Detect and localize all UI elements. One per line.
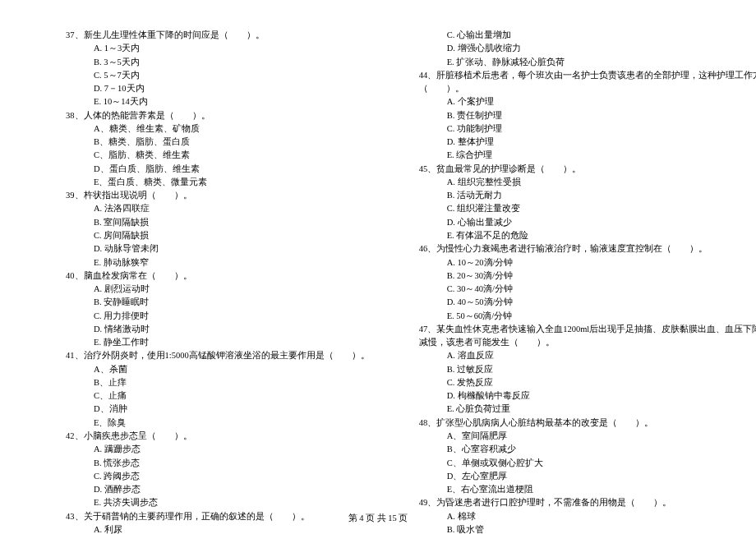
q40-opt-e: E. 静坐工作时 bbox=[66, 336, 370, 349]
q39-opt-c: C. 房间隔缺损 bbox=[66, 229, 370, 242]
q40-opt-c: C. 用力排便时 bbox=[66, 310, 370, 323]
q48-opt-c: C、单侧或双侧心腔扩大 bbox=[419, 457, 756, 470]
q38-opt-b: B、糖类、脂肪、蛋白质 bbox=[66, 136, 370, 149]
q38-text: 38、人体的热能营养素是（ ）。 bbox=[66, 109, 370, 122]
q45-opt-b: B. 活动无耐力 bbox=[419, 189, 756, 202]
q48-opt-a: A、室间隔肥厚 bbox=[419, 430, 756, 443]
q46-opt-d: D. 40～50滴/分钟 bbox=[419, 296, 756, 309]
q44-opt-e: E. 综合护理 bbox=[419, 149, 756, 162]
q40-opt-d: D. 情绪激动时 bbox=[66, 323, 370, 336]
q41-opt-e: E、除臭 bbox=[66, 417, 370, 430]
q45-opt-d: D. 心输出量减少 bbox=[419, 216, 756, 229]
q40-opt-b: B. 安静睡眠时 bbox=[66, 296, 370, 309]
q47-opt-a: A. 溶血反应 bbox=[419, 349, 756, 362]
q43-opt-c: C. 心输出量增加 bbox=[419, 29, 756, 42]
q48-opt-b: B、心室容积减少 bbox=[419, 443, 756, 456]
q47-opt-c: C. 发热反应 bbox=[419, 376, 756, 389]
q45-text: 45、贫血最常见的护理诊断是（ ）。 bbox=[419, 163, 756, 176]
q46-opt-a: A. 10～20滴/分钟 bbox=[419, 256, 756, 269]
page-columns: 37、新生儿生理性体重下降的时间应是（ ）。 A. 1～3天内 B. 3～5天内… bbox=[66, 29, 690, 501]
q46-opt-e: E. 50～60滴/分钟 bbox=[419, 310, 756, 323]
q44-opt-d: D. 整体护理 bbox=[419, 136, 756, 149]
q49-opt-b: B. 吸水管 bbox=[419, 523, 756, 534]
q38-opt-d: D、蛋白质、脂肪、维生素 bbox=[66, 163, 370, 176]
q46-opt-c: C. 30～40滴/分钟 bbox=[419, 283, 756, 296]
q44-opt-c: C. 功能制护理 bbox=[419, 122, 756, 136]
q44-text: 44、肝脏移植术后患者，每个班次由一名护士负责该患者的全部护理，这种护理工作方式… bbox=[419, 69, 756, 82]
q40-opt-a: A. 剧烈运动时 bbox=[66, 283, 370, 296]
q42-opt-b: B. 慌张步态 bbox=[66, 457, 370, 470]
q46-opt-b: B. 20～30滴/分钟 bbox=[419, 269, 756, 283]
q42-text: 42、小脑疾患步态呈（ ）。 bbox=[66, 430, 370, 443]
right-column: C. 心输出量增加 D. 增强心肌收缩力 E. 扩张动、静脉减轻心脏负荷 44、… bbox=[419, 29, 756, 501]
q48-opt-e: E、右心室流出道梗阻 bbox=[419, 483, 756, 496]
q38-opt-c: C、脂肪、糖类、维生素 bbox=[66, 149, 370, 162]
q43-opt-d: D. 增强心肌收缩力 bbox=[419, 42, 756, 55]
q41-opt-b: B、止痒 bbox=[66, 376, 370, 389]
q47-text2: 减慢，该患者可能发生（ ）。 bbox=[419, 336, 756, 349]
q41-text: 41、治疗外阴炎时，使用1:5000高锰酸钾溶液坐浴的最主要作用是（ ）。 bbox=[66, 349, 370, 362]
q48-text: 48、扩张型心肌病病人心脏结构最基本的改变是（ ）。 bbox=[419, 417, 756, 430]
q45-opt-e: E. 有体温不足的危险 bbox=[419, 229, 756, 242]
q39-opt-e: E. 肺动脉狭窄 bbox=[66, 256, 370, 269]
q44-text2: （ ）。 bbox=[419, 82, 756, 95]
q45-opt-c: C. 组织灌注量改变 bbox=[419, 202, 756, 215]
q49-text: 49、为昏迷患者进行口腔护理时，不需准备的用物是（ ）。 bbox=[419, 496, 756, 509]
q44-opt-b: B. 责任制护理 bbox=[419, 109, 756, 122]
q39-opt-d: D. 动脉导管未闭 bbox=[66, 242, 370, 255]
q44-opt-a: A. 个案护理 bbox=[419, 95, 756, 108]
q42-opt-d: D. 酒醉步态 bbox=[66, 483, 370, 496]
q41-opt-d: D、消肿 bbox=[66, 403, 370, 416]
q42-opt-a: A. 蹒跚步态 bbox=[66, 443, 370, 456]
q41-opt-a: A、杀菌 bbox=[66, 363, 370, 376]
q42-opt-e: E. 共济失调步态 bbox=[66, 496, 370, 509]
q47-opt-d: D. 枸橼酸钠中毒反应 bbox=[419, 389, 756, 403]
page-footer: 第 4 页 共 15 页 bbox=[0, 513, 756, 524]
q43-opt-a: A. 利尿 bbox=[66, 523, 370, 534]
q37-opt-e: E. 10～14天内 bbox=[66, 95, 370, 108]
q42-opt-c: C. 跨阈步态 bbox=[66, 470, 370, 483]
q37-opt-d: D. 7－10天内 bbox=[66, 82, 370, 95]
left-column: 37、新生儿生理性体重下降的时间应是（ ）。 A. 1～3天内 B. 3～5天内… bbox=[66, 29, 370, 501]
q38-opt-a: A、糖类、维生素、矿物质 bbox=[66, 122, 370, 136]
q37-text: 37、新生儿生理性体重下降的时间应是（ ）。 bbox=[66, 29, 370, 42]
q43-opt-e: E. 扩张动、静脉减轻心脏负荷 bbox=[419, 56, 756, 69]
q37-opt-b: B. 3～5天内 bbox=[66, 56, 370, 69]
q39-text: 39、杵状指出现说明（ ）。 bbox=[66, 189, 370, 202]
q47-text: 47、某失血性休克患者快速输入全血1200ml后出现手足抽搐、皮肤黏膜出血、血压… bbox=[419, 323, 756, 336]
q39-opt-a: A. 法洛四联症 bbox=[66, 202, 370, 215]
q45-opt-a: A. 组织完整性受损 bbox=[419, 176, 756, 189]
q48-opt-d: D、左心室肥厚 bbox=[419, 470, 756, 483]
q40-text: 40、脑血栓发病常在（ ）。 bbox=[66, 269, 370, 283]
q46-text: 46、为慢性心力衰竭患者进行输液治疗时，输液速度宜控制在（ ）。 bbox=[419, 242, 756, 255]
q41-opt-c: C、止痛 bbox=[66, 389, 370, 403]
q47-opt-e: E. 心脏负荷过重 bbox=[419, 403, 756, 416]
q38-opt-e: E、蛋白质、糖类、微量元素 bbox=[66, 176, 370, 189]
q37-opt-a: A. 1～3天内 bbox=[66, 42, 370, 55]
q37-opt-c: C. 5～7天内 bbox=[66, 69, 370, 82]
q47-opt-b: B. 过敏反应 bbox=[419, 363, 756, 376]
q39-opt-b: B. 室间隔缺损 bbox=[66, 216, 370, 229]
